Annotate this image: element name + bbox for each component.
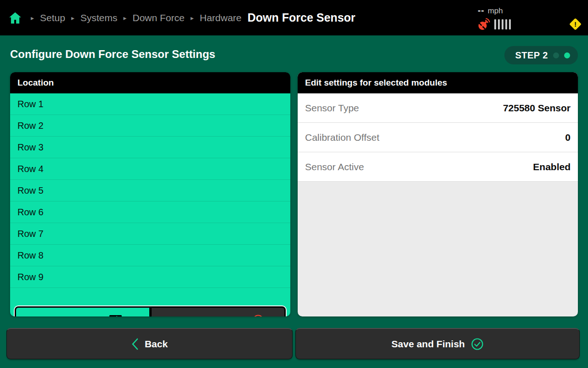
save-button-label: Save and Finish bbox=[391, 339, 465, 350]
page-title: Configure Down Force Sensor Settings bbox=[10, 48, 215, 61]
settings-row-label: Sensor Active bbox=[305, 161, 364, 172]
breadcrumb-item[interactable]: Setup bbox=[40, 12, 65, 23]
speed-unit: mph bbox=[488, 6, 503, 16]
breadcrumb-current: Down Force Sensor bbox=[248, 11, 356, 24]
speed-value: -- bbox=[478, 6, 485, 16]
status-cluster: -- mph bbox=[478, 6, 533, 30]
settings-row-value: Enabled bbox=[533, 161, 571, 172]
settings-panel: Edit settings for selected modules Senso… bbox=[298, 72, 578, 316]
speed-readout: -- mph bbox=[478, 6, 533, 16]
location-row[interactable]: Row 2 bbox=[10, 115, 290, 137]
back-button[interactable]: Back bbox=[6, 328, 293, 359]
step-dot-2 bbox=[564, 52, 570, 58]
circle-x-icon bbox=[252, 314, 264, 316]
location-panel-header: Location bbox=[10, 72, 290, 93]
location-row[interactable]: Row 7 bbox=[10, 223, 290, 245]
location-row[interactable]: Row 6 bbox=[10, 201, 290, 223]
save-and-finish-button[interactable]: Save and Finish bbox=[295, 328, 580, 359]
breadcrumb-separator-icon: ▸ bbox=[123, 14, 126, 22]
back-button-label: Back bbox=[145, 339, 168, 350]
deselect-all-rows-label: Deselect All Rows bbox=[172, 315, 247, 316]
step-label: STEP 2 bbox=[515, 50, 548, 61]
home-icon bbox=[9, 12, 22, 24]
circle-check-icon bbox=[471, 338, 484, 351]
settings-row[interactable]: Sensor ActiveEnabled bbox=[298, 152, 578, 182]
custom-select-label: Custom Select bbox=[43, 315, 104, 316]
top-bar: ▸Setup▸Systems▸Down Force▸Hardware Down … bbox=[0, 0, 588, 35]
settings-row-list: Sensor Type725580 SensorCalibration Offs… bbox=[298, 93, 578, 182]
location-row[interactable]: Row 1 bbox=[10, 93, 290, 115]
breadcrumb-item[interactable]: Systems bbox=[80, 12, 118, 23]
location-row[interactable]: Row 4 bbox=[10, 158, 290, 180]
settings-row-value: 0 bbox=[565, 132, 571, 143]
step-indicator: STEP 2 bbox=[504, 46, 578, 64]
settings-row[interactable]: Calibration Offset0 bbox=[298, 123, 578, 152]
location-row[interactable]: Row 5 bbox=[10, 180, 290, 201]
settings-row-label: Calibration Offset bbox=[305, 132, 379, 143]
breadcrumb-separator-icon: ▸ bbox=[31, 14, 34, 22]
satellite-dish-icon bbox=[478, 18, 490, 30]
chevron-left-icon bbox=[131, 338, 139, 350]
settings-row-label: Sensor Type bbox=[305, 103, 359, 114]
settings-row[interactable]: Sensor Type725580 Sensor bbox=[298, 93, 578, 123]
step-dot-1 bbox=[553, 52, 559, 58]
settings-row-value: 725580 Sensor bbox=[503, 103, 571, 114]
deselect-all-rows-button[interactable]: Deselect All Rows bbox=[151, 307, 285, 316]
location-row-list: Row 1Row 2Row 3Row 4Row 5Row 6Row 7Row 8… bbox=[10, 93, 290, 316]
warning-icon[interactable]: ! bbox=[569, 18, 582, 30]
custom-select-button[interactable]: Custom Select bbox=[16, 307, 150, 316]
location-row[interactable]: Row 8 bbox=[10, 245, 290, 266]
breadcrumb: ▸Setup▸Systems▸Down Force▸Hardware bbox=[25, 12, 242, 23]
settings-panel-header: Edit settings for selected modules bbox=[298, 72, 578, 93]
breadcrumb-separator-icon: ▸ bbox=[71, 14, 74, 22]
home-button[interactable] bbox=[8, 11, 22, 25]
breadcrumb-item[interactable]: Down Force bbox=[133, 12, 185, 23]
signal-bars-icon bbox=[494, 19, 511, 29]
breadcrumb-item[interactable]: Hardware bbox=[200, 12, 242, 23]
breadcrumb-separator-icon: ▸ bbox=[191, 14, 194, 22]
location-row[interactable]: Row 9 bbox=[10, 266, 290, 288]
location-row[interactable]: Row 3 bbox=[10, 137, 290, 158]
multi-select-icon bbox=[109, 315, 122, 317]
row-select-bar: Custom Select Deselect All Rows bbox=[14, 305, 287, 316]
location-panel: Location Row 1Row 2Row 3Row 4Row 5Row 6R… bbox=[10, 72, 290, 316]
